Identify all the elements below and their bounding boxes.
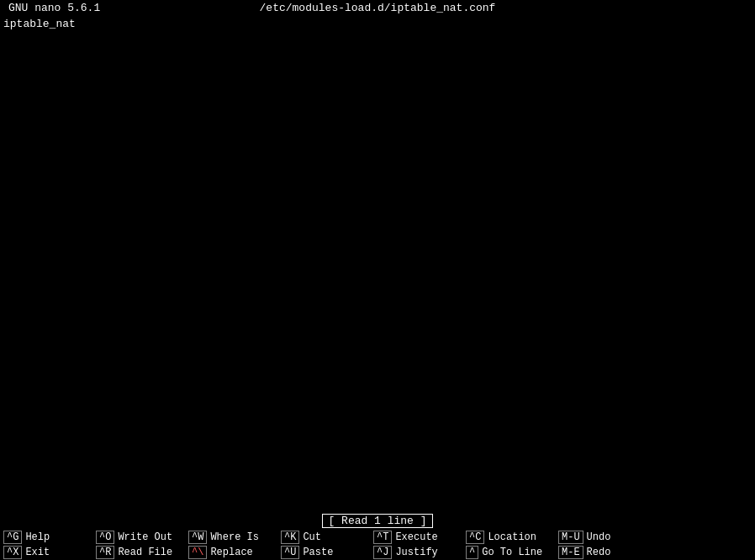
shortcut-bar: ^G Help ^O Write Out ^W Where Is ^K Cut … — [0, 530, 755, 560]
shortcut-label-paste: Paste — [303, 547, 333, 558]
shortcut-key-execute: ^T — [373, 531, 392, 544]
app: GNU nano 5.6.1 /etc/modules-load.d/iptab… — [0, 0, 755, 560]
shortcut-key-read-file: ^R — [96, 546, 114, 559]
shortcut-undo[interactable]: M-U Undo — [555, 530, 647, 545]
shortcut-row-2: ^X Exit ^R Read File ^\ Replace ^U Paste… — [0, 545, 755, 560]
shortcut-key-where-is: ^W — [188, 531, 207, 544]
shortcut-key-replace: ^\ — [188, 546, 207, 559]
shortcut-exit[interactable]: ^X Exit — [0, 545, 92, 560]
shortcut-label-justify: Justify — [395, 547, 437, 558]
shortcut-label-where-is: Where Is — [210, 531, 259, 543]
shortcut-key-cut: ^K — [281, 531, 299, 544]
shortcut-redo[interactable]: M-E Redo — [555, 545, 647, 560]
shortcut-key-justify: ^J — [373, 546, 392, 559]
shortcut-label-help: Help — [25, 531, 50, 543]
shortcut-key-redo: M-E — [558, 546, 583, 559]
shortcut-key-write-out: ^O — [96, 531, 114, 544]
shortcut-justify[interactable]: ^J Justify — [370, 545, 462, 560]
shortcut-row-1: ^G Help ^O Write Out ^W Where Is ^K Cut … — [0, 530, 755, 545]
editor-area[interactable]: iptable_nat — [0, 16, 755, 512]
file-path: /etc/modules-load.d/iptable_nat.conf — [260, 2, 496, 14]
shortcut-label-redo: Redo — [587, 547, 611, 558]
shortcut-label-cut: Cut — [303, 531, 321, 543]
shortcut-label-undo: Undo — [587, 531, 611, 543]
shortcut-key-exit: ^X — [3, 546, 22, 559]
shortcut-paste[interactable]: ^U Paste — [277, 545, 370, 560]
shortcut-label-write-out: Write Out — [118, 531, 172, 543]
shortcut-key-help: ^G — [3, 531, 22, 544]
app-name: GNU nano 5.6.1 — [8, 2, 100, 14]
title-bar: GNU nano 5.6.1 /etc/modules-load.d/iptab… — [0, 0, 755, 16]
shortcut-execute[interactable]: ^T Execute — [370, 530, 462, 545]
editor-text: iptable_nat — [3, 18, 76, 30]
shortcut-go-to-line[interactable]: ^ Go To Line — [462, 545, 555, 560]
shortcut-location[interactable]: ^C Location — [462, 530, 555, 545]
status-message: [ Read 1 line ] — [322, 514, 432, 528]
shortcut-where-is[interactable]: ^W Where Is — [185, 530, 277, 545]
shortcut-label-read-file: Read File — [118, 547, 172, 558]
shortcut-write-out[interactable]: ^O Write Out — [92, 530, 185, 545]
shortcut-label-replace: Replace — [210, 547, 252, 558]
shortcut-key-paste: ^U — [281, 546, 299, 559]
shortcut-read-file[interactable]: ^R Read File — [92, 545, 185, 560]
shortcut-key-go-to-line: ^ — [466, 546, 478, 559]
status-bar: [ Read 1 line ] — [0, 512, 755, 530]
shortcut-label-go-to-line: Go To Line — [482, 547, 542, 558]
editor-content: iptable_nat — [3, 18, 752, 30]
shortcut-label-execute: Execute — [395, 531, 437, 543]
shortcut-label-exit: Exit — [25, 547, 50, 558]
shortcut-cut[interactable]: ^K Cut — [277, 530, 370, 545]
shortcut-label-location: Location — [488, 531, 536, 543]
shortcut-help[interactable]: ^G Help — [0, 530, 92, 545]
shortcut-key-undo: M-U — [558, 531, 583, 544]
shortcut-key-location: ^C — [466, 531, 484, 544]
shortcut-replace[interactable]: ^\ Replace — [185, 545, 277, 560]
